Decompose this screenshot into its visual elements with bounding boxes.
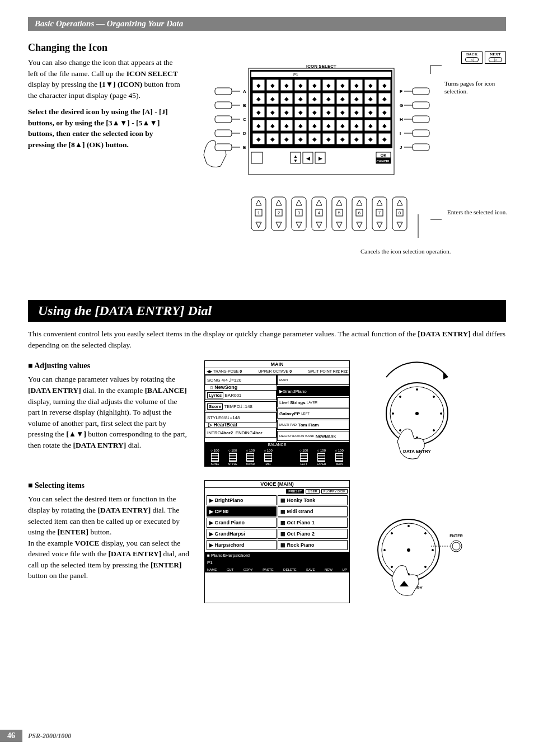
voice-item[interactable]: ▦ Rock Piano bbox=[278, 540, 348, 550]
sub-title-selecting: Selecting items bbox=[28, 480, 190, 491]
svg-text:◆: ◆ bbox=[298, 136, 303, 142]
svg-text:OK: OK bbox=[381, 153, 387, 157]
tab-floppy[interactable]: FLOPPY DISK bbox=[321, 489, 348, 494]
svg-text:5: 5 bbox=[338, 210, 341, 215]
back-button[interactable]: ◁ bbox=[465, 57, 479, 62]
svg-text:◆: ◆ bbox=[270, 109, 275, 115]
svg-rect-50 bbox=[413, 144, 429, 151]
svg-rect-33 bbox=[215, 144, 232, 151]
button-ref: [DATA ENTRY] bbox=[418, 330, 471, 338]
svg-text:C: C bbox=[243, 117, 246, 122]
section-title-data-entry: Using the [DATA ENTRY] Dial bbox=[28, 300, 506, 322]
voice-item[interactable]: ▶ Harpsichord bbox=[207, 540, 277, 550]
tab-user[interactable]: USER bbox=[306, 489, 320, 494]
next-label: NEXT bbox=[485, 52, 505, 57]
svg-text:◆: ◆ bbox=[256, 96, 261, 102]
text: button. bbox=[90, 528, 111, 536]
svg-text:◆: ◆ bbox=[326, 82, 331, 88]
svg-text:◆: ◆ bbox=[270, 96, 275, 102]
button-ref: [1▼] (ICON) bbox=[100, 80, 143, 88]
voice-item[interactable]: ▦ Oct Piano 1 bbox=[278, 518, 348, 528]
svg-rect-38 bbox=[413, 88, 429, 95]
svg-point-198 bbox=[391, 533, 393, 534]
main-display: MAIN ◀▶ TRANS-POSE 0 UPPER OCTAVE 0 SPLI… bbox=[204, 360, 350, 467]
adjusting-body: You can change parameter values by rotat… bbox=[28, 374, 190, 450]
svg-rect-30 bbox=[215, 130, 232, 137]
voice-item[interactable]: ▶ BrightPiano bbox=[207, 495, 277, 505]
back-label: BACK bbox=[462, 52, 482, 57]
svg-text:D: D bbox=[243, 131, 246, 136]
voice-item[interactable]: ▦ Midi Grand bbox=[278, 506, 348, 516]
svg-text:◆: ◆ bbox=[298, 82, 303, 88]
svg-text:◆: ◆ bbox=[326, 123, 331, 129]
voice-item[interactable]: ▶ GrandHarpsi bbox=[207, 529, 277, 539]
voice-item[interactable]: ▦ Honky Tonk bbox=[278, 495, 348, 505]
voice-item[interactable]: ▦ Oct Piano 2 bbox=[278, 529, 348, 539]
svg-text:◆: ◆ bbox=[284, 109, 289, 115]
data-entry-intro: This convenient control lets you easily … bbox=[28, 328, 506, 350]
tab-preset[interactable]: PRESET bbox=[286, 489, 304, 494]
data-entry-dial-figure: DATA ENTRY bbox=[364, 360, 470, 467]
svg-text:CANCEL: CANCEL bbox=[377, 159, 391, 163]
model-label: PSR-2000/1000 bbox=[28, 732, 71, 740]
svg-text:F: F bbox=[400, 89, 402, 94]
svg-text:◆: ◆ bbox=[298, 109, 303, 115]
svg-point-180 bbox=[433, 396, 435, 398]
svg-text:◆: ◆ bbox=[284, 123, 289, 129]
svg-text:B: B bbox=[243, 103, 246, 108]
svg-text:▼: ▼ bbox=[293, 158, 298, 163]
svg-text:◆: ◆ bbox=[368, 96, 373, 102]
svg-text:◆: ◆ bbox=[382, 96, 387, 102]
next-button[interactable]: ▷ bbox=[489, 57, 502, 62]
svg-text:◆: ◆ bbox=[312, 96, 317, 102]
svg-point-178 bbox=[415, 412, 419, 415]
svg-point-197 bbox=[384, 550, 386, 551]
svg-text:◆: ◆ bbox=[256, 82, 261, 88]
svg-point-185 bbox=[392, 413, 394, 415]
enters-label: Enters the selected icon. bbox=[447, 208, 509, 216]
svg-point-202 bbox=[452, 542, 460, 550]
svg-text:◆: ◆ bbox=[382, 123, 387, 129]
svg-text:◆: ◆ bbox=[298, 123, 303, 129]
button-ref: [ENTER] bbox=[58, 528, 89, 536]
selecting-body: You can select the desired item or funct… bbox=[28, 494, 190, 581]
svg-text:◆: ◆ bbox=[340, 136, 345, 142]
svg-text:◆: ◆ bbox=[382, 136, 387, 142]
svg-text:◆: ◆ bbox=[326, 96, 331, 102]
svg-text:◆: ◆ bbox=[382, 109, 387, 115]
cancels-label: Cancels the icon selection operation. bbox=[360, 247, 506, 255]
svg-point-182 bbox=[433, 430, 435, 431]
svg-text:◆: ◆ bbox=[312, 123, 317, 129]
svg-text:◆: ◆ bbox=[354, 109, 359, 115]
svg-text:◆: ◆ bbox=[284, 96, 289, 102]
voice-item[interactable]: ▶ CP 80 bbox=[207, 506, 277, 516]
svg-text:◆: ◆ bbox=[312, 136, 317, 142]
svg-text:DATA ENTRY: DATA ENTRY bbox=[403, 449, 431, 454]
svg-text:8: 8 bbox=[399, 210, 401, 215]
button-ref: [BALANCE] bbox=[145, 386, 187, 395]
text: dial. bbox=[128, 441, 142, 449]
svg-rect-41 bbox=[413, 102, 429, 109]
text: dial. In the example bbox=[83, 386, 145, 395]
svg-text:4: 4 bbox=[318, 210, 321, 215]
svg-point-181 bbox=[441, 413, 442, 415]
voice-item[interactable]: ▶ Grand Piano bbox=[207, 518, 277, 528]
svg-point-191 bbox=[408, 525, 410, 527]
text: You can change parameter values by rotat… bbox=[28, 375, 175, 383]
text: In the example bbox=[28, 539, 75, 547]
svg-text:◆: ◆ bbox=[354, 136, 359, 142]
svg-text:P1: P1 bbox=[293, 73, 298, 77]
svg-text:◆: ◆ bbox=[284, 82, 289, 88]
breadcrumb-header: Basic Operations — Organizing Your Data bbox=[28, 17, 506, 31]
page-number: 46 bbox=[0, 730, 22, 742]
svg-text:7: 7 bbox=[378, 210, 381, 215]
icon-select-panel-figure: BACK ◁ NEXT ▷ Turns pages for icon selec… bbox=[193, 57, 506, 283]
svg-text:ENTER: ENTER bbox=[449, 534, 463, 538]
svg-text:3: 3 bbox=[298, 210, 301, 215]
svg-text:◀: ◀ bbox=[306, 156, 310, 161]
svg-point-184 bbox=[400, 430, 401, 431]
icon-select-label: ICON SELECT bbox=[127, 69, 178, 78]
sub-title-adjusting: Adjusting values bbox=[28, 360, 190, 372]
svg-text:I: I bbox=[400, 131, 401, 136]
svg-rect-27 bbox=[215, 116, 232, 123]
